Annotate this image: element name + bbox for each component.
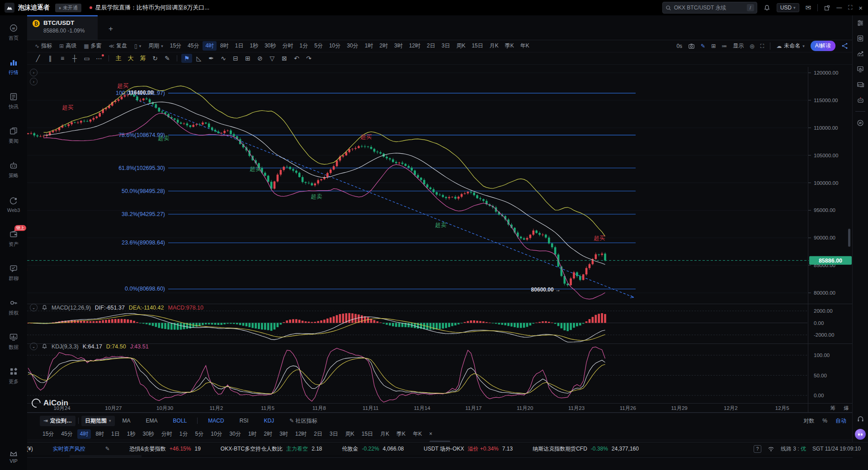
indicator-rsi[interactable]: RSI	[240, 418, 249, 424]
status-item-6[interactable]: 纳斯达克指数期货CFD-0.38%24,377,160	[533, 445, 639, 453]
timeframe2-分时[interactable]: 分时	[159, 429, 175, 439]
redo-tool[interactable]: ↷	[303, 54, 314, 63]
price-chart-canvas[interactable]: 100.0%(116291.97)78.6%(108674.99)61.8%(1…	[27, 64, 853, 413]
rail-monitor-button[interactable]	[853, 61, 868, 77]
indicator-macd[interactable]: MACD	[208, 418, 224, 424]
timeframe2-1时[interactable]: 1时	[245, 429, 259, 439]
timeframe2-1分[interactable]: 1分	[177, 429, 191, 439]
trendline-tool[interactable]: ╱	[33, 54, 43, 63]
minimize-button[interactable]: —	[836, 5, 842, 11]
timeframe2-1秒[interactable]: 1秒	[124, 429, 138, 439]
toolbar-action-0[interactable]: ∿指标	[32, 41, 55, 51]
currency-selector[interactable]: USD▾	[777, 3, 799, 12]
timeframe2-3日[interactable]: 3日	[327, 429, 341, 439]
timeframe-月K[interactable]: 月K	[487, 41, 501, 51]
timeframe2-30分[interactable]: 30分	[227, 429, 244, 439]
share-icon[interactable]	[841, 42, 848, 49]
candle-style-selector[interactable]: ▯▾	[131, 42, 144, 50]
timeframe-2时[interactable]: 2时	[377, 41, 391, 51]
macd-title[interactable]: MACD(12,26,9)	[52, 305, 91, 311]
sidebar-item-strategy[interactable]: 策略	[0, 153, 27, 187]
more-tools[interactable]: ⋯	[94, 54, 104, 63]
timeframe2-12时[interactable]: 12时	[292, 429, 309, 439]
horizontal-lines-tool[interactable]: ≡	[57, 54, 68, 63]
sidebar-item-auth[interactable]: 授权	[0, 290, 27, 324]
theme-gear-icon[interactable]: ◎	[750, 43, 754, 49]
chips-toggle[interactable]: 筹	[137, 54, 148, 63]
undo-tool[interactable]: ↶	[291, 54, 302, 63]
sidebar-item-assets[interactable]: 资产链上	[0, 221, 27, 256]
sidebar-item-chat[interactable]: 群聊	[0, 256, 27, 290]
timeframe-8时[interactable]: 8时	[217, 41, 231, 51]
rail-robot-button[interactable]	[853, 92, 868, 108]
screenshot-camera-icon[interactable]	[688, 43, 695, 49]
timeframe-15日[interactable]: 15日	[469, 41, 486, 51]
macd-alert-bell-icon[interactable]	[42, 305, 47, 310]
refresh-interval[interactable]: 0s	[676, 43, 682, 49]
status-item-4[interactable]: 伦敦金-0.22%4,066.08	[342, 445, 404, 453]
sidebar-item-news[interactable]: 要闻	[0, 118, 27, 153]
popout-window-button[interactable]	[824, 5, 830, 11]
timeframe-季K[interactable]: 季K	[502, 41, 517, 51]
timeframe2-年K[interactable]: 年K	[410, 429, 425, 439]
timeframe2-月K[interactable]: 月K	[377, 429, 392, 439]
messages-button[interactable]: ✉	[806, 4, 811, 12]
brush-tool[interactable]: ✎	[162, 54, 173, 63]
timeframe-年K[interactable]: 年K	[518, 41, 532, 51]
timeframe-10分[interactable]: 10分	[326, 41, 343, 51]
close-button[interactable]: ×	[859, 4, 863, 12]
kdj-title[interactable]: KDJ(9,3,3)	[52, 343, 79, 350]
timeframe2-8时[interactable]: 8时	[93, 429, 107, 439]
search-input[interactable]: OKX BTC/USDT 永续 /	[662, 2, 757, 14]
lock-tool[interactable]: ⊟	[230, 54, 241, 63]
timeframe2-30秒[interactable]: 30秒	[140, 429, 156, 439]
display-menu[interactable]: 显示	[733, 42, 744, 50]
cross-line-tool[interactable]: ┼	[69, 54, 80, 63]
toolbar-action-3[interactable]: ≪复盘	[105, 41, 130, 51]
timeframe-2日[interactable]: 2日	[424, 41, 438, 51]
sidebar-item-flash[interactable]: 快讯	[0, 84, 27, 118]
ai-analysis-button[interactable]: AI解读	[811, 41, 835, 51]
sidebar-item-data[interactable]: 数据	[0, 324, 27, 359]
timeframe-30分[interactable]: 30分	[344, 41, 361, 51]
macd-collapse-icon[interactable]: ⌄	[30, 304, 38, 311]
timeframe-1日[interactable]: 1日	[232, 41, 246, 51]
timeframe2-2时[interactable]: 2时	[261, 429, 275, 439]
wave-tool[interactable]: ∿	[218, 54, 229, 63]
rail-swap-button[interactable]	[853, 115, 868, 131]
timeframe-12时[interactable]: 12时	[406, 41, 423, 51]
timeframe-分时[interactable]: 分时	[280, 41, 296, 51]
rail-receipt-button[interactable]: $	[853, 31, 868, 46]
sidebar-item-more[interactable]: 更多	[0, 359, 27, 393]
replay-tool[interactable]: ↻	[150, 54, 160, 63]
timeframe-1时[interactable]: 1时	[362, 41, 376, 51]
rectangle-tool[interactable]: ▭	[81, 54, 92, 63]
timeframe-45分[interactable]: 45分	[185, 41, 202, 51]
timeframe-3日[interactable]: 3日	[439, 41, 453, 51]
fullscreen-icon[interactable]: ⛶	[760, 43, 764, 49]
help-icon[interactable]: ?	[754, 445, 761, 453]
timeframe2-季K[interactable]: 季K	[394, 429, 408, 439]
news-ticker[interactable]: 星辰学院直播：比特币为何回调至8万关口...	[95, 4, 209, 12]
ruler-tool[interactable]: ◺	[193, 54, 204, 63]
magnet-tool[interactable]: ⊘	[255, 54, 265, 63]
timeframe2-5分[interactable]: 5分	[193, 429, 207, 439]
scale-自动[interactable]: 自动	[835, 417, 846, 425]
community-indicators-button[interactable]: ✎ 社区指标	[289, 417, 317, 425]
note-tool[interactable]: ⊞	[242, 54, 253, 63]
network-line-label[interactable]: 线路 3 : 优	[781, 445, 806, 453]
rail-etf-button[interactable]: ETF	[853, 77, 868, 92]
locate-to-button[interactable]: ⇥定位到…	[40, 416, 75, 426]
timeframe-3时[interactable]: 3时	[392, 41, 406, 51]
rail-trend-button[interactable]	[853, 46, 868, 61]
timeframe-4时[interactable]: 4时	[203, 41, 217, 51]
kdj-collapse-icon[interactable]: ⌄	[30, 343, 38, 350]
timeframe-5分[interactable]: 5分	[311, 41, 326, 51]
add-tab-button[interactable]: +	[108, 24, 113, 33]
timeframe-30秒[interactable]: 30秒	[262, 41, 278, 51]
pen-tool[interactable]: ✒	[206, 54, 217, 63]
sidebar-item-home[interactable]: ai首页	[0, 15, 27, 50]
timeframe2-10分[interactable]: 10分	[208, 429, 225, 439]
rail-mascot-button[interactable]	[853, 427, 868, 442]
timeframe2-15分[interactable]: 15分	[40, 429, 57, 439]
